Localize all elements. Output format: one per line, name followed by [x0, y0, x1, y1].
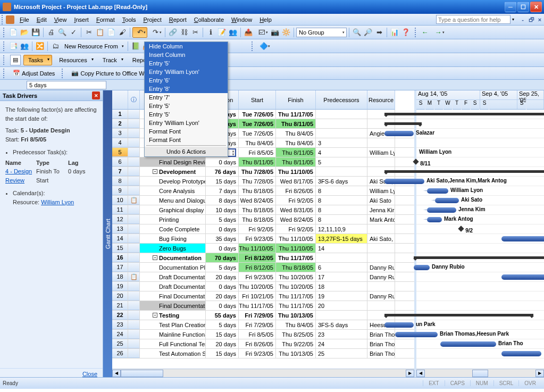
resource-cell[interactable]: Aki Sato, — [367, 234, 395, 243]
finish-cell[interactable]: Thu 8/25/05 — [276, 330, 316, 339]
predecessors-cell[interactable]: 3FS-6 days — [316, 177, 367, 186]
grip[interactable] — [3, 28, 6, 37]
predecessors-cell[interactable]: 18 — [316, 282, 367, 291]
grip[interactable] — [3, 55, 6, 65]
task-name-cell[interactable]: Develop Prototype — [140, 177, 206, 186]
duration-cell[interactable]: 0 days — [206, 282, 239, 291]
gantt-bar[interactable]: Brian Tho — [440, 341, 496, 347]
finish-cell[interactable]: Thu 8/18/05 — [276, 263, 316, 272]
menu-format[interactable]: Format — [93, 15, 119, 24]
task-row[interactable]: 26 Test Automation Sc 15 days Fri 9/23/0… — [112, 349, 414, 358]
duration-cell[interactable]: 5 days — [206, 215, 239, 224]
split-task-button[interactable]: ✂ — [190, 27, 200, 38]
resource-sheet-button[interactable]: 📑 — [8, 41, 19, 52]
dropdown-item[interactable]: Format Font — [145, 136, 228, 144]
predecessors-cell[interactable] — [316, 253, 367, 262]
entry-field[interactable]: 5 days — [27, 81, 106, 89]
resource-link[interactable]: William Lyon — [41, 199, 74, 205]
predecessors-cell[interactable]: 13,27FS-15 days — [316, 234, 367, 243]
task-name-cell[interactable]: Printing — [140, 215, 206, 224]
gantt-bar[interactable]: Aki Sato — [435, 198, 459, 203]
task-name-cell[interactable]: Graphical display — [140, 205, 206, 214]
start-cell[interactable]: Thu 11/17/05 — [239, 301, 276, 310]
task-name-cell[interactable]: Test Plan Creation — [140, 320, 206, 329]
finish-cell[interactable]: Thu 9/22/05 — [276, 339, 316, 348]
row-number[interactable]: 15 — [112, 244, 128, 253]
predecessors-cell[interactable] — [316, 311, 367, 320]
duration-cell[interactable]: 0 days — [206, 224, 239, 233]
finish-cell[interactable]: Thu 11/10/05 — [276, 167, 316, 176]
gantt-bar[interactable] — [384, 122, 422, 125]
duration-cell[interactable]: 15 days — [206, 349, 239, 358]
predecessors-cell[interactable]: 17 — [316, 272, 367, 281]
resource-cell[interactable] — [367, 301, 395, 310]
start-cell[interactable]: Fri 8/5/05 — [239, 330, 276, 339]
gantt-bar[interactable]: Brian Thomas,Heesun Park — [395, 332, 438, 337]
maximize-button[interactable]: ☐ — [517, 2, 529, 12]
row-number[interactable]: 3 — [112, 129, 128, 138]
dropdown-item[interactable]: Hide Column — [145, 42, 228, 51]
finish-cell[interactable]: Fri 8/26/05 — [276, 186, 316, 195]
resource-cell[interactable]: William Ly — [367, 148, 395, 157]
fwd-arrow-button[interactable]: → — [431, 27, 446, 38]
gantt-bar[interactable] — [501, 274, 544, 280]
grip[interactable] — [3, 69, 6, 78]
preview-button[interactable]: 🔍 — [57, 27, 68, 38]
duration-cell[interactable]: 15 days — [206, 330, 239, 339]
duration-cell[interactable]: 10 days — [206, 205, 239, 214]
goto-button[interactable]: ➡ — [374, 27, 384, 38]
task-row[interactable]: 18 📋 Draft Documentation 20 days Fri 9/2… — [112, 272, 414, 282]
resource-cell[interactable]: Aki Sato — [367, 196, 395, 205]
dropdown-item[interactable]: Entry '5' — [145, 59, 228, 68]
task-row[interactable]: 11 Graphical display 10 days Thu 8/18/05… — [112, 205, 414, 215]
gantt-bar[interactable]: Danny Rubio — [414, 265, 430, 270]
paste-button[interactable]: 📄 — [106, 27, 116, 38]
row-number[interactable]: 7 — [112, 167, 128, 176]
finish-cell[interactable]: Thu 10/13/05 — [276, 311, 316, 320]
task-name-cell[interactable]: Final Documentation — [140, 301, 206, 310]
row-number[interactable]: 22 — [112, 311, 128, 320]
task-name-cell[interactable]: Documentation Plan — [140, 263, 206, 272]
col-header-indicator[interactable]: ⓘ — [128, 90, 140, 110]
finish-cell[interactable]: Wed 8/24/05 — [276, 215, 316, 224]
row-number[interactable]: 10 — [112, 196, 128, 205]
row-number[interactable]: 12 — [112, 215, 128, 224]
menu-project[interactable]: Project — [139, 15, 165, 24]
task-row[interactable]: 16 -Documentation 70 days Fri 8/12/05 Th… — [112, 253, 414, 263]
note-button[interactable]: 📝 — [216, 27, 227, 38]
gantt-bar[interactable]: William Lyon — [427, 188, 448, 194]
start-cell[interactable]: Fri 8/26/05 — [239, 339, 276, 348]
menu-tools[interactable]: Tools — [119, 15, 140, 24]
indicator-cell[interactable] — [128, 234, 140, 243]
indicator-cell[interactable] — [128, 177, 140, 186]
indicator-cell[interactable] — [128, 282, 140, 291]
indicator-cell[interactable] — [128, 148, 140, 157]
task-row[interactable]: 15 Zero Bugs 0 days Thu 11/10/05 Thu 11/… — [112, 244, 414, 253]
gantt-bar[interactable]: un Park — [384, 322, 414, 328]
task-name-cell[interactable]: Draft Documentation — [140, 272, 206, 281]
finish-cell[interactable]: Fri 9/2/05 — [276, 196, 316, 205]
row-number[interactable]: 21 — [112, 301, 128, 310]
task-name-cell[interactable]: -Testing — [140, 311, 206, 320]
indicator-cell[interactable] — [128, 186, 140, 195]
dropdown-item[interactable]: Insert Column — [145, 51, 228, 59]
menu-window[interactable]: Window — [228, 15, 256, 24]
predecessors-cell[interactable]: 8 — [316, 186, 367, 195]
close-button[interactable]: ✕ — [530, 2, 542, 12]
task-name-cell[interactable]: Full Functional Test — [140, 339, 206, 348]
task-name-cell[interactable]: Draft Documentation — [140, 282, 206, 291]
start-cell[interactable]: Thu 8/18/05 — [239, 205, 276, 214]
row-number[interactable]: 18 — [112, 272, 128, 281]
indicator-cell[interactable] — [128, 129, 140, 138]
finish-cell[interactable]: Thu 10/20/05 — [276, 282, 316, 291]
publish-button[interactable]: 📤 — [243, 27, 254, 38]
start-cell[interactable]: Fri 8/5/05 — [239, 148, 276, 157]
indicator-cell[interactable] — [128, 330, 140, 339]
gantt-bar[interactable] — [384, 314, 533, 316]
menu-view[interactable]: View — [51, 15, 71, 24]
task-row[interactable]: 10 📋 Menu and Dialogue 8 days Wed 8/24/0… — [112, 196, 414, 205]
task-row[interactable]: 19 Draft Documentation 0 days Thu 10/20/… — [112, 282, 414, 291]
gantt-bar[interactable]: Mark Antog — [427, 217, 442, 222]
back-arrow-button[interactable]: ← — [420, 27, 430, 38]
address-book-button[interactable]: 📗 — [130, 41, 141, 52]
